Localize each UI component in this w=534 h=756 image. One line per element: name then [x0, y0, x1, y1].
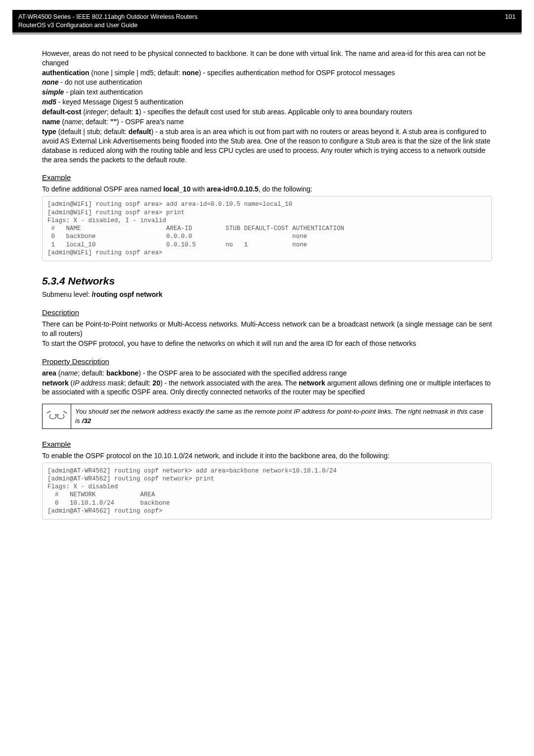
- network-line: network (IP address mask; default: 20) -…: [42, 378, 492, 397]
- type-b: type: [42, 128, 56, 136]
- none-b: none: [42, 78, 58, 86]
- none-line: none - do not use authentication: [42, 78, 492, 87]
- md5-b: md5: [42, 98, 56, 106]
- dc-b: default-cost: [42, 108, 81, 116]
- networks-heading: 5.3.4 Networks: [42, 275, 492, 287]
- header-title-block: AT-WR4500 Series - IEEE 802.11abgh Outdo…: [18, 13, 197, 30]
- name-rest: (: [60, 118, 65, 126]
- area-line: area (name; default: backbone) - the OSP…: [42, 369, 492, 378]
- page: AT-WR4500 Series - IEEE 802.11abgh Outdo…: [0, 0, 534, 544]
- example2-heading: Example: [42, 440, 492, 448]
- md5-line: md5 - keyed Message Digest 5 authenticat…: [42, 97, 492, 107]
- auth-default: none: [182, 69, 198, 77]
- type-line: type (default | stub; default: default) …: [42, 127, 492, 165]
- note-pre: You should set the network address exact…: [75, 408, 484, 424]
- property-description-heading: Property Description: [42, 357, 492, 366]
- ex1-pre: To define additional OSPF area named: [42, 185, 163, 193]
- name-b: name: [42, 118, 60, 126]
- dc-i: integer: [86, 108, 107, 116]
- type-def: default: [129, 128, 151, 136]
- page-header: AT-WR4500 Series - IEEE 802.11abgh Outdo…: [12, 10, 522, 33]
- submenu-b: /routing ospf network: [91, 290, 162, 298]
- net-tail1: ) - the network associated with the area…: [160, 379, 299, 387]
- glasses-icon: [48, 411, 65, 419]
- auth-tail: ) - specifies authentication method for …: [199, 69, 395, 77]
- area-b: area: [42, 369, 56, 377]
- dc-rest: (: [81, 108, 86, 116]
- header-line2: RouterOS v3 Configuration and User Guide: [18, 21, 197, 30]
- name-line: name (name; default: "") - OSPF area's n…: [42, 117, 492, 127]
- dc-rest2: ; default:: [107, 108, 135, 116]
- header-rule: [12, 34, 522, 34]
- area-rest2: ; default:: [78, 369, 106, 377]
- net-def: 20: [153, 379, 161, 387]
- md5-t: - keyed Message Digest 5 authentication: [56, 98, 183, 106]
- desc-p2: To start the OSPF protocol, you have to …: [42, 339, 492, 348]
- area-def: backbone: [106, 369, 138, 377]
- note-b: /32: [82, 417, 91, 425]
- example1-heading: Example: [42, 173, 492, 182]
- ex1-b2: area-id=0.0.10.5: [207, 185, 259, 193]
- simple-b: simple: [42, 88, 64, 96]
- name-i: name: [64, 118, 82, 126]
- page-number: 101: [505, 13, 516, 20]
- auth-line: authentication (none | simple | md5; def…: [42, 68, 492, 78]
- dc-tail: ) - specifies the default cost used for …: [139, 108, 412, 116]
- none-t: - do not use authentication: [58, 78, 142, 86]
- body-content: However, areas do not need to be physica…: [27, 49, 507, 520]
- intro-p1: However, areas do not need to be physica…: [42, 49, 492, 68]
- ex1-b1: local_10: [163, 185, 190, 193]
- net-tail-b: network: [299, 379, 325, 387]
- simple-t: - plain text authentication: [64, 88, 143, 96]
- code-block-1: [admin@WiFi] routing ospf area> add area…: [42, 196, 492, 261]
- net-rest: (: [69, 379, 73, 387]
- note-box: You should set the network address exact…: [42, 404, 492, 428]
- net-i: IP address mask: [73, 379, 124, 387]
- name-rest2: ; default:: [82, 118, 110, 126]
- header-line1: AT-WR4500 Series - IEEE 802.11abgh Outdo…: [18, 13, 197, 21]
- desc-p1: There can be Point-to-Point networks or …: [42, 320, 492, 338]
- ex1-mid: with: [190, 185, 207, 193]
- net-rest2: ; default:: [124, 379, 153, 387]
- submenu-pre: Submenu level:: [42, 290, 91, 298]
- area-tail: ) - the OSPF area to be associated with …: [138, 369, 347, 377]
- name-tail: ) - OSPF area's name: [117, 118, 184, 126]
- dc-def: 1: [135, 108, 139, 116]
- example1-intro: To define additional OSPF area named loc…: [42, 185, 492, 194]
- example2-intro: To enable the OSPF protocol on the 10.10…: [42, 451, 492, 461]
- description-heading: Description: [42, 308, 492, 317]
- auth-rest: (none | simple | md5; default:: [89, 69, 182, 77]
- code-block-2: [admin@AT-WR4562] routing ospf network> …: [42, 463, 492, 520]
- area-i: name: [60, 369, 78, 377]
- glasses-icon-cell: [43, 404, 71, 428]
- name-def: "": [110, 118, 117, 126]
- type-rest: (default | stub; default:: [56, 128, 129, 136]
- net-b: network: [42, 379, 69, 387]
- ex1-post: , do the following:: [259, 185, 312, 193]
- auth-label: authentication: [42, 69, 89, 77]
- note-text: You should set the network address exact…: [71, 404, 492, 428]
- submenu-line: Submenu level: /routing ospf network: [42, 290, 492, 299]
- default-cost-line: default-cost (integer; default: 1) - spe…: [42, 107, 492, 117]
- simple-line: simple - plain text authentication: [42, 88, 492, 97]
